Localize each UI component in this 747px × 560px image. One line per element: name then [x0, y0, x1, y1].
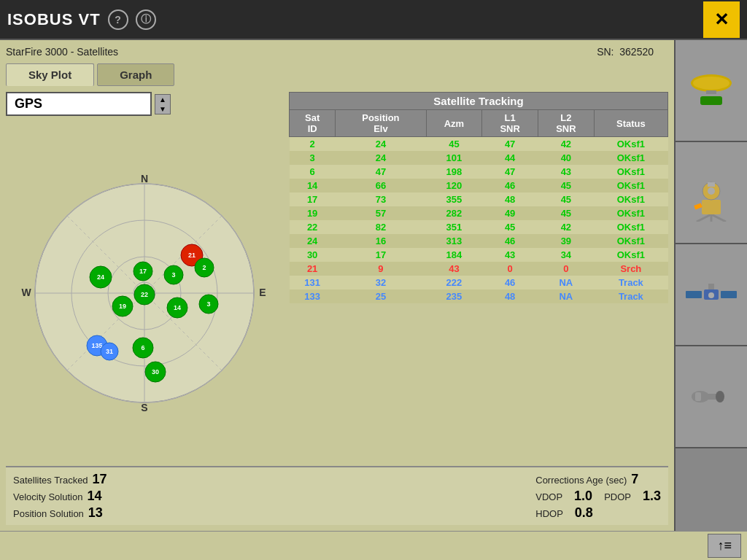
table-area: Satellite Tracking SatID PositionElv Azm…: [289, 92, 668, 466]
col-status: Status: [594, 110, 667, 137]
device-title: StarFire 3000 - Satellites: [6, 46, 597, 58]
svg-text:17: 17: [139, 268, 147, 275]
table-row: 14661204645OKsf1: [290, 179, 668, 192]
hdop-label: HDOP: [535, 508, 563, 519]
table-row: 24163134639OKsf1: [290, 234, 668, 248]
hdop-row: HDOP 0.8: [535, 505, 661, 521]
sn-label: SN: 362520: [597, 46, 654, 58]
table-row: 17733554845OKsf1: [290, 192, 668, 206]
satellite-icon: [682, 276, 740, 313]
stats-bar: Satellites Tracked 17 Velocity Solution …: [6, 466, 668, 525]
svg-rect-37: [721, 291, 737, 298]
velocity-solution-row: Velocity Solution 14: [13, 489, 107, 504]
svg-text:22: 22: [141, 291, 148, 298]
table-row: 6471984743OKsf1: [290, 165, 668, 179]
svg-text:3: 3: [206, 300, 210, 308]
tabs-row: Sky Plot Graph: [6, 63, 668, 86]
corrections-age-value: 7: [631, 472, 638, 487]
main-container: ISOBUS VT ? ⓘ ✕ StarFire 3000 - Satellit…: [0, 0, 747, 560]
gps-dropdown[interactable]: GPS: [6, 92, 152, 116]
header-row: StarFire 3000 - Satellites SN: 362520: [6, 46, 668, 58]
svg-rect-43: [695, 392, 701, 401]
vdop-label: VDOP: [535, 491, 562, 502]
svg-point-39: [708, 292, 714, 298]
tools-icon: [689, 382, 733, 411]
svg-line-27: [697, 214, 711, 222]
top-bar: ISOBUS VT ? ⓘ ✕: [0, 0, 747, 40]
bottom-bar: ↑≡: [0, 531, 747, 560]
tab-graph[interactable]: Graph: [97, 63, 174, 86]
skyplot-svg-wrap: N S W E 24 21: [6, 120, 283, 466]
gps-arrow-up[interactable]: ▲: [155, 95, 170, 104]
tab-sky-plot[interactable]: Sky Plot: [6, 63, 94, 86]
south-label: S: [141, 402, 147, 413]
col-l2: L2SNR: [538, 110, 595, 137]
svg-text:31: 31: [106, 348, 113, 355]
sidebar-item-2[interactable]: [676, 142, 747, 244]
svg-rect-32: [708, 182, 715, 187]
svg-text:19: 19: [119, 303, 126, 310]
table-row: 19572824945OKsf1: [290, 206, 668, 220]
position-solution-value: 13: [88, 505, 103, 521]
app-title: ISOBUS VT: [7, 10, 101, 29]
stats-right: Corrections Age (sec) 7 VDOP 1.0 PDOP 1.…: [535, 472, 661, 521]
sidebar-item-3[interactable]: [676, 244, 747, 346]
content-row: GPS ▲ ▼: [6, 92, 668, 466]
satellite-table: Satellite Tracking SatID PositionElv Azm…: [289, 92, 668, 303]
svg-rect-26: [700, 96, 722, 105]
sidebar-item-1[interactable]: [676, 40, 747, 142]
gps-selector: GPS ▲ ▼: [6, 92, 283, 116]
table-row: 2194300Srch: [290, 262, 668, 276]
list-button[interactable]: ↑≡: [708, 534, 741, 558]
sidebar-item-4[interactable]: [676, 346, 747, 448]
svg-rect-24: [706, 90, 716, 94]
svg-rect-38: [708, 284, 714, 289]
main-panel: StarFire 3000 - Satellites SN: 362520 Sk…: [0, 40, 674, 531]
col-sat-id: SatID: [290, 110, 336, 137]
svg-text:14: 14: [174, 304, 181, 311]
velocity-solution-value: 14: [87, 489, 101, 504]
satellites-tracked-label: Satellites Tracked: [13, 475, 88, 486]
vdop-value: 1.0: [574, 489, 592, 504]
skyplot-svg: N S W E 24 21: [20, 169, 268, 417]
svg-text:135: 135: [91, 342, 102, 349]
help-icon[interactable]: ?: [108, 9, 128, 30]
dop-row: VDOP 1.0 PDOP 1.3: [535, 489, 661, 504]
svg-text:30: 30: [152, 368, 159, 376]
total-station-icon: [686, 163, 737, 222]
svg-text:2: 2: [202, 264, 206, 271]
satellites-tracked-row: Satellites Tracked 17: [13, 472, 107, 487]
stats-left: Satellites Tracked 17 Velocity Solution …: [13, 472, 107, 521]
col-elv: PositionElv: [336, 110, 426, 137]
pdop-value: 1.3: [643, 489, 661, 504]
table-row: 224454742OKsf1: [290, 137, 668, 152]
svg-point-42: [716, 391, 724, 402]
sky-plot-area: GPS ▲ ▼: [6, 92, 283, 466]
table-row: 3241014440OKsf1: [290, 151, 668, 165]
table-row: 1313222246NATrack: [290, 276, 668, 289]
svg-text:3: 3: [171, 271, 175, 279]
satellites-tracked-value: 17: [93, 472, 107, 487]
velocity-solution-label: Velocity Solution: [13, 491, 82, 502]
table-row: 1332523548NATrack: [290, 289, 668, 303]
close-button[interactable]: ✕: [703, 1, 740, 38]
west-label: W: [21, 287, 31, 298]
gps-arrows[interactable]: ▲ ▼: [155, 94, 171, 114]
svg-line-28: [711, 214, 726, 222]
gps-arrow-down[interactable]: ▼: [155, 104, 170, 114]
hdop-value: 0.8: [575, 505, 593, 521]
svg-rect-34: [694, 203, 702, 209]
info-icon[interactable]: ⓘ: [136, 9, 156, 30]
position-solution-label: Position Solution: [13, 508, 84, 519]
svg-point-25: [693, 77, 729, 90]
content-area: StarFire 3000 - Satellites SN: 362520 Sk…: [0, 40, 747, 531]
position-solution-row: Position Solution 13: [13, 505, 107, 521]
table-row: 30171844334OKsf1: [290, 248, 668, 262]
svg-text:24: 24: [97, 273, 104, 281]
svg-point-33: [708, 187, 715, 195]
svg-text:6: 6: [141, 344, 144, 351]
corrections-age-label: Corrections Age (sec): [535, 475, 627, 486]
table-title: Satellite Tracking: [290, 93, 668, 110]
corrections-age-row: Corrections Age (sec) 7: [535, 472, 661, 487]
svg-text:21: 21: [188, 252, 196, 259]
